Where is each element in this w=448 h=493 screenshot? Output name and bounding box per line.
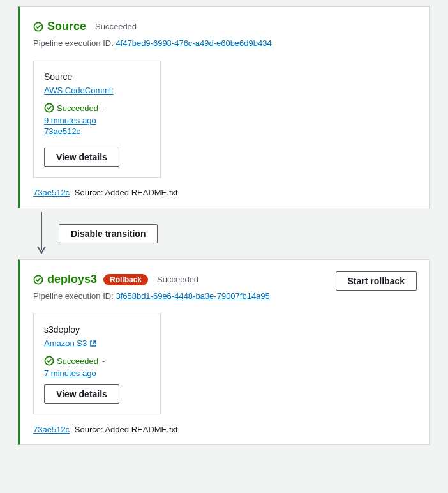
- execution-id-label: Pipeline execution ID:: [33, 291, 114, 301]
- time-ago-link[interactable]: 7 minutes ago: [44, 368, 96, 378]
- commit-row: 73ae512c: [44, 126, 150, 136]
- revision-row: 73ae512c Source: Added README.txt: [33, 188, 417, 197]
- action-card-source: Source AWS CodeCommit Succeeded - 9 minu…: [33, 61, 161, 178]
- stage-deploys3: Start rollback deploys3 Rollback Succeed…: [18, 259, 430, 445]
- action-status: Succeeded: [57, 356, 98, 366]
- revision-message: Source: Added README.txt: [75, 425, 178, 434]
- action-status-row: Succeeded - 7 minutes ago: [44, 356, 150, 378]
- revision-message: Source: Added README.txt: [75, 188, 178, 197]
- success-check-icon: [33, 275, 43, 285]
- action-status-row: Succeeded - 9 minutes ago: [44, 103, 150, 125]
- start-rollback-button[interactable]: Start rollback: [336, 271, 417, 291]
- action-card-s3deploy: s3deploy Amazon S3 Succeeded -: [33, 314, 161, 414]
- stage-title: Source: [47, 20, 86, 33]
- stage-header: Source Succeeded: [33, 20, 417, 33]
- success-check-icon: [44, 356, 54, 366]
- revision-row: 73ae512c Source: Added README.txt: [33, 425, 417, 434]
- transition-zone: Disable transition: [18, 208, 430, 259]
- commit-link[interactable]: 73ae512c: [44, 126, 80, 136]
- execution-id-row: Pipeline execution ID: 4f47bed9-6998-476…: [33, 38, 417, 48]
- action-status: Succeeded: [57, 103, 98, 113]
- execution-id-label: Pipeline execution ID:: [33, 38, 114, 48]
- stage-source: Source Succeeded Pipeline execution ID: …: [18, 6, 430, 208]
- rollback-badge: Rollback: [103, 274, 148, 285]
- action-title: s3deploy: [44, 324, 150, 335]
- revision-commit-link[interactable]: 73ae512c: [33, 425, 70, 434]
- stage-status: Succeeded: [95, 22, 137, 31]
- time-ago-link[interactable]: 9 minutes ago: [44, 116, 96, 125]
- separator: -: [102, 103, 105, 113]
- execution-id-row: Pipeline execution ID: 3f658bd1-69e6-444…: [33, 291, 417, 301]
- success-check-icon: [33, 22, 43, 32]
- provider-link[interactable]: Amazon S3: [44, 338, 87, 348]
- transition-arrow-icon: [37, 212, 46, 255]
- execution-id-link[interactable]: 3f658bd1-69e6-4448-ba3e-79007fb14a95: [116, 291, 269, 301]
- stage-status: Succeeded: [157, 275, 198, 284]
- separator: -: [102, 356, 105, 366]
- action-provider: Amazon S3: [44, 338, 150, 348]
- provider-link[interactable]: AWS CodeCommit: [44, 86, 114, 95]
- action-provider: AWS CodeCommit: [44, 86, 150, 95]
- view-details-button[interactable]: View details: [44, 384, 119, 404]
- execution-id-link[interactable]: 4f47bed9-6998-476c-a49d-e60be6d9b434: [116, 38, 271, 48]
- disable-transition-button[interactable]: Disable transition: [59, 224, 158, 243]
- view-details-button[interactable]: View details: [44, 148, 119, 167]
- action-title: Source: [44, 72, 150, 82]
- revision-commit-link[interactable]: 73ae512c: [33, 188, 70, 197]
- success-check-icon: [44, 103, 54, 113]
- stage-title: deploys3: [47, 273, 97, 286]
- external-link-icon: [89, 340, 97, 347]
